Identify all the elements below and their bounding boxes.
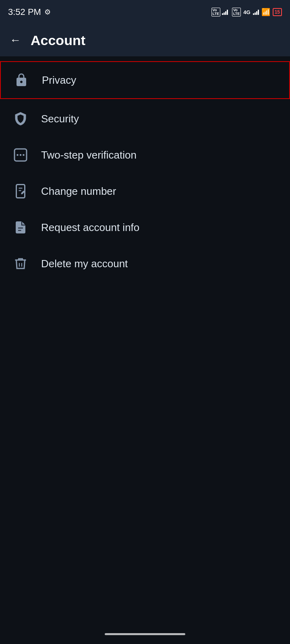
settings-gear-icon: ⚙ xyxy=(44,8,51,17)
signal-group-2: VoLTE 4G xyxy=(232,8,259,17)
privacy-label: Privacy xyxy=(42,74,76,87)
status-right: VoLTE VoLTE 4G 📶 15 xyxy=(211,8,282,17)
wifi-icon: 📶 xyxy=(261,8,270,17)
document-icon xyxy=(13,220,28,235)
page-title: Account xyxy=(31,33,85,48)
lock-icon xyxy=(14,73,29,87)
lock-icon-wrapper xyxy=(12,71,31,89)
volte-badge-1: VoLTE xyxy=(211,8,220,17)
menu-item-delete-account[interactable]: Delete my account xyxy=(0,246,290,282)
home-indicator xyxy=(105,633,185,635)
app-bar: ← Account xyxy=(0,24,290,56)
signal-bars-2 xyxy=(253,9,259,15)
phone-edit-icon-wrapper xyxy=(11,182,30,200)
dots-icon xyxy=(13,148,28,162)
volte-badge-2: VoLTE xyxy=(232,8,241,17)
4g-badge: 4G xyxy=(243,9,250,15)
signal-bars-1 xyxy=(222,9,228,15)
signal-group-1: VoLTE xyxy=(211,8,228,17)
two-step-label: Two-step verification xyxy=(41,149,137,161)
menu-item-two-step[interactable]: Two-step verification xyxy=(0,137,290,173)
shield-icon xyxy=(13,111,28,126)
request-info-label: Request account info xyxy=(41,221,139,234)
menu-item-security[interactable]: Security xyxy=(0,101,290,137)
menu-item-request-info[interactable]: Request account info xyxy=(0,209,290,246)
dots-icon-wrapper xyxy=(11,146,30,164)
battery-level: 15 xyxy=(275,9,280,15)
menu-list: Privacy Security Two-step verification xyxy=(0,56,290,282)
svg-point-2 xyxy=(20,154,22,156)
trash-icon-wrapper xyxy=(11,254,30,273)
battery-indicator: 15 xyxy=(273,8,282,16)
svg-point-3 xyxy=(23,154,25,156)
time-display: 3:52 PM xyxy=(8,7,41,17)
back-button[interactable]: ← xyxy=(10,34,21,47)
shield-icon-wrapper xyxy=(11,109,30,128)
delete-account-label: Delete my account xyxy=(41,258,128,270)
document-icon-wrapper xyxy=(11,218,30,237)
phone-edit-icon xyxy=(13,184,28,198)
bottom-bar xyxy=(0,624,290,644)
security-label: Security xyxy=(41,113,79,125)
menu-item-change-number[interactable]: Change number xyxy=(0,173,290,209)
trash-icon xyxy=(13,256,28,271)
change-number-label: Change number xyxy=(41,185,116,198)
status-bar: 3:52 PM ⚙ VoLTE VoLTE 4G 📶 15 xyxy=(0,0,290,24)
svg-point-1 xyxy=(17,154,19,156)
status-left: 3:52 PM ⚙ xyxy=(8,7,51,17)
menu-item-privacy[interactable]: Privacy xyxy=(0,61,290,99)
